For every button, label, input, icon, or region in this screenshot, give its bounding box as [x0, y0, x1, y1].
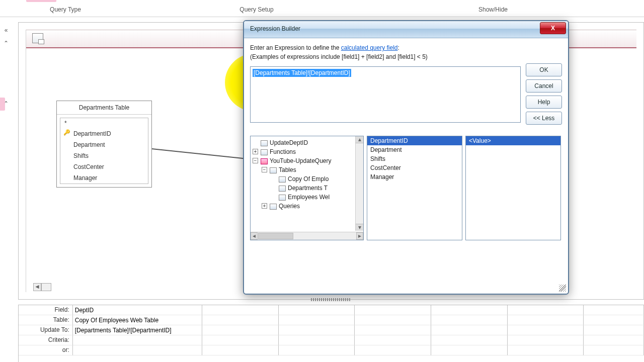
- dialog-prompt: Enter an Expression to define the calcul…: [250, 43, 562, 52]
- scroll-thumb[interactable]: [41, 283, 51, 291]
- ribbon-group-show-hide: Show/Hide: [382, 0, 604, 17]
- table-title: Departments Table: [57, 101, 151, 115]
- field-costcenter[interactable]: CostCenter: [60, 161, 148, 172]
- table-departments[interactable]: Departments Table * DepartmentID Departm…: [56, 101, 152, 188]
- grid-label-or: or:: [19, 345, 73, 355]
- scroll-left-icon[interactable]: ◄: [33, 283, 41, 291]
- tree-employees-wel[interactable]: Employees Wel: [252, 193, 362, 202]
- tree-tables[interactable]: −Tables: [252, 165, 362, 174]
- splitter-grip[interactable]: [311, 298, 351, 301]
- field-star[interactable]: *: [60, 118, 148, 128]
- close-button[interactable]: X: [540, 22, 566, 34]
- nav-pane-collapse-icon[interactable]: «: [1, 25, 11, 35]
- field-shifts[interactable]: Shifts: [60, 150, 148, 161]
- help-button[interactable]: Help: [526, 96, 562, 109]
- dialog-titlebar[interactable]: Expression Builder X: [244, 21, 568, 38]
- grid-field-3[interactable]: [279, 305, 355, 315]
- grid-field-6[interactable]: [508, 305, 584, 315]
- ribbon-group-labels: Query Type Query Setup Show/Hide: [0, 0, 644, 17]
- category-shifts[interactable]: Shifts: [367, 154, 462, 163]
- ok-button[interactable]: OK: [526, 63, 562, 76]
- field-department[interactable]: Department: [60, 139, 148, 150]
- value-item[interactable]: <Value>: [466, 136, 560, 145]
- ribbon-group-query-type: Query Type: [0, 0, 131, 17]
- grid-field-2[interactable]: [202, 305, 279, 315]
- grid-table-1[interactable]: Copy Of Employees Web Table: [73, 315, 202, 325]
- expression-values-panel: Expression Values <Value>: [465, 136, 561, 240]
- category-costcenter[interactable]: CostCenter: [367, 163, 462, 172]
- resize-grip-icon[interactable]: [559, 285, 566, 292]
- cancel-button[interactable]: Cancel: [526, 79, 562, 93]
- field-manager[interactable]: Manager: [60, 172, 148, 184]
- grid-label-updateto: Update To:: [19, 325, 73, 335]
- grid-field-7[interactable]: [584, 305, 644, 315]
- grid-field-1[interactable]: DeptID: [73, 305, 202, 315]
- dialog-examples: (Examples of expressions include [field1…: [250, 52, 562, 61]
- tree-departments-t[interactable]: Departments T: [252, 184, 362, 193]
- grid-field-5[interactable]: [431, 305, 508, 315]
- elements-hscroll[interactable]: ◂▸: [251, 232, 363, 240]
- dialog-title: Expression Builder: [250, 25, 300, 32]
- selection-marker: [0, 98, 5, 111]
- elements-vscroll[interactable]: ▴▾: [355, 136, 363, 231]
- less-button[interactable]: << Less: [526, 112, 562, 125]
- expression-selected-text: [Departments Table]![DepartmentID]: [253, 69, 351, 77]
- category-manager[interactable]: Manager: [367, 172, 462, 182]
- category-departmentid[interactable]: DepartmentID: [367, 136, 462, 145]
- expression-elements-panel: Expression Elements UpdateDeptID +Functi…: [250, 136, 364, 240]
- tree-queries[interactable]: +Queries: [252, 202, 362, 211]
- expression-categories-panel: Expression Categories DepartmentID Depar…: [367, 136, 462, 240]
- datasheet-icon: [32, 33, 43, 43]
- grid-label-field: Field:: [19, 305, 73, 315]
- field-departmentid[interactable]: DepartmentID: [60, 128, 148, 139]
- tree-copy-of-emplo[interactable]: Copy Of Emplo: [252, 174, 362, 184]
- tree-functions[interactable]: +Functions: [252, 147, 362, 156]
- nav-pane-pin-icon[interactable]: ⌃: [1, 38, 11, 48]
- calculated-query-field-link[interactable]: calculated query field: [341, 44, 398, 51]
- tree-updatedeptid[interactable]: UpdateDeptID: [252, 138, 362, 147]
- grid-label-criteria: Criteria:: [19, 335, 73, 345]
- grid-label-table: Table:: [19, 315, 73, 325]
- tree-database[interactable]: −YouTube-UpdateQuery: [252, 156, 362, 165]
- grid-field-4[interactable]: [355, 305, 431, 315]
- canvas-hscroll[interactable]: ◄: [33, 283, 134, 291]
- expression-builder-dialog: Expression Builder X Enter an Expression…: [243, 20, 569, 295]
- relationship-line: [152, 148, 250, 159]
- elements-tree[interactable]: UpdateDeptID +Functions −YouTube-UpdateQ…: [251, 136, 363, 221]
- category-department[interactable]: Department: [367, 145, 462, 154]
- ribbon-group-query-setup: Query Setup: [131, 0, 382, 17]
- expression-input[interactable]: [Departments Table]![DepartmentID]: [250, 66, 521, 123]
- query-design-grid[interactable]: Field: DeptID Table: Copy Of Employees W…: [18, 305, 644, 362]
- grid-updateto-1[interactable]: [Departments Table]![DepartmentID]: [73, 325, 202, 335]
